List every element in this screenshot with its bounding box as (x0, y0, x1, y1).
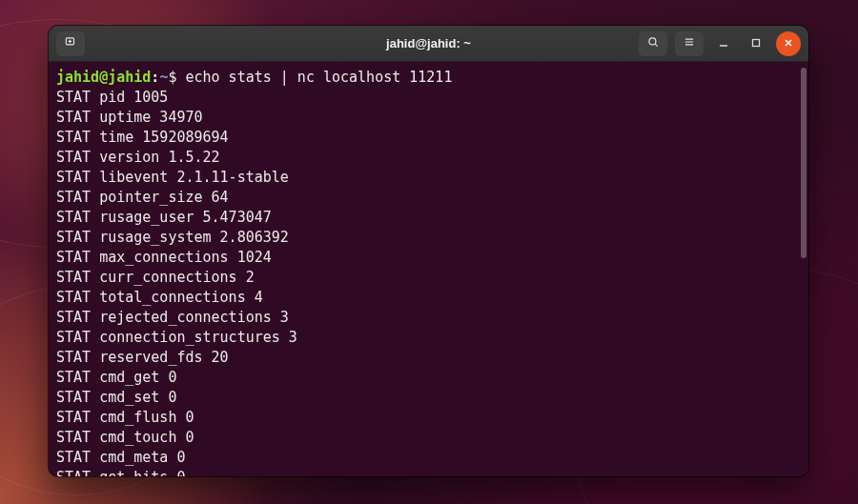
stat-line: STAT max_connections 1024 (56, 248, 805, 268)
prompt-line: jahid@jahid:~$ echo stats | nc localhost… (56, 68, 805, 88)
minimize-icon (719, 36, 728, 50)
close-icon (784, 36, 793, 50)
maximize-icon (751, 36, 761, 50)
stat-line: STAT connection_structures 3 (56, 328, 805, 348)
stat-line: STAT cmd_get 0 (56, 368, 805, 388)
titlebar: jahid@jahid: ~ (49, 26, 808, 62)
scrollbar-thumb[interactable] (801, 68, 807, 258)
new-tab-button[interactable] (56, 31, 85, 56)
menu-button[interactable] (675, 31, 704, 56)
stat-line: STAT time 1592089694 (56, 128, 805, 148)
prompt-symbol: $ (168, 69, 176, 86)
stat-line: STAT cmd_meta 0 (56, 448, 805, 468)
stat-line: STAT libevent 2.1.11-stable (56, 168, 805, 188)
stat-line: STAT reserved_fds 20 (56, 348, 805, 368)
prompt-userhost: jahid@jahid (56, 69, 151, 86)
stat-line: STAT rusage_user 5.473047 (56, 208, 805, 228)
stat-line: STAT get_hits 0 (56, 468, 805, 476)
stat-line: STAT version 1.5.22 (56, 148, 805, 168)
new-tab-icon (64, 35, 77, 51)
stat-line: STAT total_connections 4 (56, 288, 805, 308)
stat-line: STAT cmd_touch 0 (56, 428, 805, 448)
svg-rect-2 (753, 40, 760, 47)
search-button[interactable] (639, 31, 667, 56)
stat-line: STAT cmd_flush 0 (56, 408, 805, 428)
svg-point-1 (649, 38, 656, 45)
minimize-button[interactable] (711, 31, 736, 56)
stat-line: STAT uptime 34970 (56, 108, 805, 128)
stat-line: STAT rejected_connections 3 (56, 308, 805, 328)
stat-line: STAT pointer_size 64 (56, 188, 805, 208)
maximize-button[interactable] (744, 31, 768, 56)
stat-line: STAT rusage_system 2.806392 (56, 228, 805, 248)
stat-line: STAT cmd_set 0 (56, 388, 805, 408)
terminal-window: jahid@jahid: ~ (49, 26, 808, 476)
stat-line: STAT pid 1005 (56, 88, 805, 108)
hamburger-icon (683, 35, 696, 51)
search-icon (646, 35, 660, 51)
close-button[interactable] (776, 31, 801, 56)
command-text: echo stats | nc localhost 11211 (185, 69, 452, 86)
terminal-viewport[interactable]: jahid@jahid:~$ echo stats | nc localhost… (49, 62, 808, 476)
stat-line: STAT curr_connections 2 (56, 268, 805, 288)
